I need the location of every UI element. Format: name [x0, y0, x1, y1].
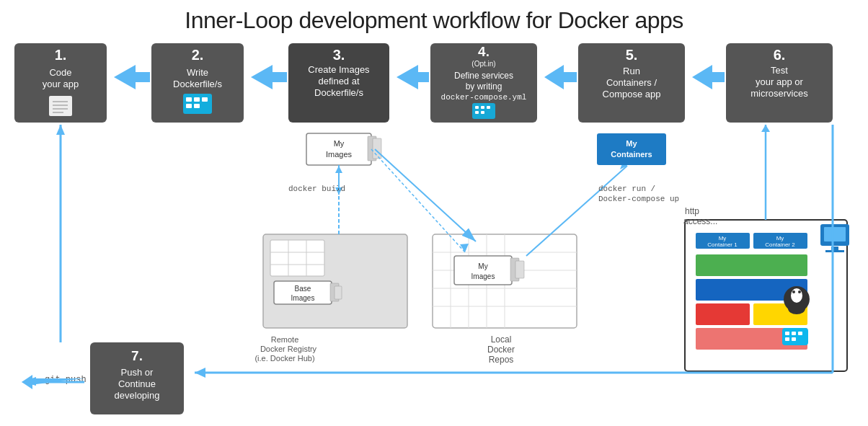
svg-text:5.: 5.	[626, 47, 638, 63]
svg-rect-37	[475, 111, 479, 114]
svg-text:Compose app: Compose app	[603, 89, 661, 99]
svg-rect-122	[782, 328, 808, 345]
svg-rect-105	[825, 250, 844, 252]
svg-text:Containers: Containers	[611, 150, 652, 159]
page-title: Inner-Loop development workflow for Dock…	[14, 7, 854, 34]
svg-text:Dockerfile/s: Dockerfile/s	[314, 87, 363, 98]
workflow-diagram: 1. Code your app 2. Write Dockerfile/s 3…	[7, 40, 861, 414]
svg-text:your app: your app	[43, 79, 79, 89]
svg-text:6.: 6.	[774, 47, 786, 63]
svg-marker-74	[335, 166, 342, 173]
svg-rect-124	[792, 332, 796, 335]
svg-text:Docker Registry: Docker Registry	[260, 345, 317, 353]
svg-rect-114	[696, 303, 750, 325]
svg-text:Docker-compose up: Docker-compose up	[598, 195, 679, 203]
svg-text:microservices: microservices	[750, 88, 808, 99]
svg-rect-69	[335, 286, 342, 299]
svg-text:docker run /: docker run /	[598, 185, 655, 193]
svg-marker-142	[195, 368, 205, 378]
svg-rect-126	[785, 337, 789, 341]
svg-rect-35	[481, 106, 484, 109]
svg-rect-16	[194, 97, 200, 102]
svg-text:http: http	[685, 206, 699, 216]
svg-text:My: My	[719, 235, 727, 241]
svg-marker-131	[761, 125, 770, 132]
svg-rect-125	[798, 332, 802, 335]
svg-marker-39	[544, 65, 577, 89]
svg-line-92	[375, 149, 476, 241]
svg-text:Write: Write	[187, 67, 208, 78]
svg-text:access...: access...	[683, 216, 717, 226]
svg-rect-36	[487, 106, 490, 109]
svg-rect-60	[270, 240, 324, 276]
svg-text:docker-compose.yml: docker-compose.yml	[441, 93, 527, 102]
svg-text:Define services: Define services	[454, 71, 513, 81]
svg-text:docker build: docker build	[288, 185, 345, 193]
svg-text:Images: Images	[326, 150, 353, 159]
svg-rect-19	[194, 104, 200, 108]
svg-text:Images: Images	[471, 272, 495, 280]
svg-text:Container 1: Container 1	[707, 241, 738, 248]
svg-text:Continue: Continue	[118, 378, 156, 389]
svg-text:My: My	[478, 262, 487, 270]
svg-marker-26	[397, 65, 429, 89]
svg-text:Run: Run	[623, 66, 640, 76]
svg-rect-123	[785, 332, 789, 335]
svg-text:4.: 4.	[478, 44, 490, 59]
svg-text:My: My	[334, 139, 345, 148]
svg-marker-20	[251, 65, 287, 89]
svg-text:My: My	[776, 235, 784, 241]
svg-rect-84	[454, 256, 512, 285]
svg-point-119	[792, 290, 795, 293]
svg-text:by writing: by writing	[466, 81, 502, 92]
svg-rect-18	[186, 104, 192, 108]
svg-text:Base: Base	[295, 285, 311, 293]
svg-text:Container 2: Container 2	[765, 241, 795, 248]
svg-text:3.: 3.	[333, 47, 345, 63]
svg-text:Test: Test	[771, 65, 788, 76]
svg-text:My: My	[626, 139, 637, 148]
svg-text:(Opt.in): (Opt.in)	[471, 60, 495, 68]
svg-rect-15	[186, 97, 192, 102]
svg-rect-112	[696, 254, 807, 276]
svg-point-120	[798, 290, 801, 293]
svg-rect-34	[475, 106, 479, 109]
svg-rect-95	[597, 133, 666, 165]
svg-text:Code: Code	[49, 67, 71, 78]
svg-text:Remote: Remote	[271, 335, 299, 344]
svg-rect-103	[824, 227, 846, 241]
svg-rect-17	[202, 97, 208, 102]
page: Inner-Loop development workflow for Dock…	[0, 0, 868, 426]
svg-marker-139	[22, 375, 32, 389]
svg-marker-45	[692, 65, 725, 89]
svg-point-121	[788, 303, 805, 314]
svg-text:Create Images: Create Images	[308, 64, 370, 75]
svg-rect-88	[515, 261, 524, 278]
svg-marker-9	[114, 65, 150, 89]
svg-text:Repos: Repos	[489, 355, 514, 365]
svg-rect-4	[49, 96, 72, 116]
svg-text:Docker: Docker	[487, 345, 515, 355]
svg-rect-38	[481, 111, 484, 114]
svg-text:Dockerfile/s: Dockerfile/s	[173, 79, 222, 89]
svg-text:2.: 2.	[192, 47, 204, 63]
svg-rect-127	[792, 337, 796, 341]
svg-rect-51	[306, 133, 371, 165]
svg-text:Containers /: Containers /	[606, 77, 657, 88]
svg-point-118	[791, 288, 802, 303]
svg-text:your app or: your app or	[756, 76, 803, 87]
svg-marker-145	[56, 125, 65, 135]
svg-text:Push or: Push or	[121, 367, 154, 378]
svg-text:(i.e. Docker Hub): (i.e. Docker Hub)	[254, 354, 314, 363]
svg-text:Images: Images	[291, 294, 315, 302]
svg-text:Local: Local	[491, 334, 512, 345]
svg-text:defined at: defined at	[318, 76, 359, 86]
svg-text:developing: developing	[115, 390, 160, 401]
svg-text:7.: 7.	[131, 348, 143, 363]
svg-text:1.: 1.	[55, 47, 67, 63]
